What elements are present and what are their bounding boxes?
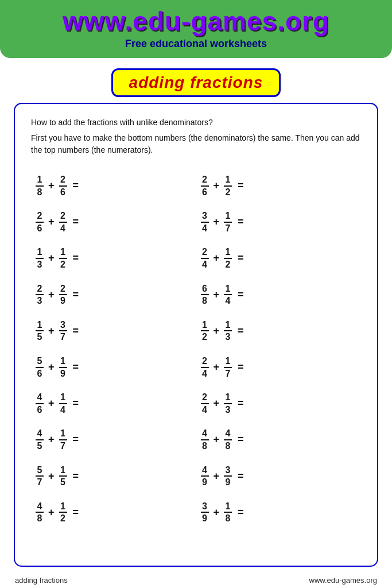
fraction: 1 3 xyxy=(36,247,44,269)
plus-operator: + xyxy=(214,325,220,337)
fraction: 3 9 xyxy=(224,465,232,488)
plus-operator: + xyxy=(214,361,220,373)
fraction: 1 7 xyxy=(59,428,67,451)
plus-operator: + xyxy=(214,216,220,228)
site-title: www.edu-games.org xyxy=(11,6,381,37)
plus-operator: + xyxy=(48,325,55,337)
problem: 1 3 + 1 2 = xyxy=(31,240,196,276)
problem: 1 2 + 1 3 = xyxy=(196,313,362,349)
fraction: 1 2 xyxy=(201,320,209,342)
plus-operator: + xyxy=(214,506,220,519)
plus-operator: + xyxy=(214,470,220,482)
page-title: adding fractions xyxy=(111,68,281,97)
problem: 4 6 + 1 4 = xyxy=(31,385,196,421)
fraction: 1 5 xyxy=(36,320,44,342)
fraction: 3 4 xyxy=(201,211,209,233)
fraction: 1 5 xyxy=(59,465,67,488)
equals-sign: = xyxy=(238,361,244,373)
fraction: 1 2 xyxy=(59,247,67,269)
plus-operator: + xyxy=(48,180,55,192)
plus-operator: + xyxy=(214,180,220,192)
problem: 1 5 + 3 7 = xyxy=(31,313,196,349)
fraction: 1 3 xyxy=(224,392,232,415)
fraction: 4 9 xyxy=(201,465,209,488)
equals-sign: = xyxy=(238,506,244,519)
fraction: 4 6 xyxy=(36,392,44,415)
equals-sign: = xyxy=(238,434,244,446)
fraction: 4 5 xyxy=(36,428,44,451)
fraction: 1 2 xyxy=(224,175,232,197)
equals-sign: = xyxy=(73,252,79,264)
fraction: 2 6 xyxy=(59,175,67,197)
worksheet: How to add the fractions with unlike den… xyxy=(14,103,378,567)
equals-sign: = xyxy=(238,397,244,409)
fraction: 1 4 xyxy=(59,392,67,415)
problem: 4 9 + 3 9 = xyxy=(196,458,362,494)
title-row: adding fractions xyxy=(0,68,392,97)
problem: 2 6 + 2 4 = xyxy=(31,204,196,240)
problem: 5 6 + 1 9 = xyxy=(31,349,196,385)
plus-operator: + xyxy=(48,252,55,264)
fraction: 1 8 xyxy=(224,501,232,524)
fraction: 4 8 xyxy=(224,428,232,451)
equals-sign: = xyxy=(73,216,79,228)
header: www.edu-games.org Free educational works… xyxy=(0,0,392,58)
fraction: 1 7 xyxy=(224,356,232,378)
equals-sign: = xyxy=(238,325,244,337)
equals-sign: = xyxy=(238,289,244,301)
plus-operator: + xyxy=(214,252,220,264)
fraction: 1 7 xyxy=(224,211,232,233)
plus-operator: + xyxy=(48,361,55,373)
equals-sign: = xyxy=(73,434,79,446)
fraction: 2 4 xyxy=(201,247,209,269)
problems-grid: 1 8 + 2 6 = 2 6 + 1 2 = 2 6 + 2 4 = xyxy=(31,168,361,531)
problem: 4 5 + 1 7 = xyxy=(31,421,196,458)
fraction: 1 9 xyxy=(59,356,67,378)
problem: 2 4 + 1 2 = xyxy=(196,240,362,276)
problem: 1 8 + 2 6 = xyxy=(31,168,196,204)
plus-operator: + xyxy=(48,434,55,446)
equals-sign: = xyxy=(73,397,79,409)
plus-operator: + xyxy=(48,289,55,301)
equals-sign: = xyxy=(73,180,79,192)
plus-operator: + xyxy=(214,434,220,446)
footer: adding fractions www.edu-games.org xyxy=(0,572,392,588)
fraction: 5 6 xyxy=(36,356,44,378)
fraction: 2 4 xyxy=(201,392,209,415)
plus-operator: + xyxy=(48,397,55,409)
problem: 2 4 + 1 7 = xyxy=(196,349,362,385)
plus-operator: + xyxy=(48,216,55,228)
fraction: 2 6 xyxy=(201,175,209,197)
fraction: 2 9 xyxy=(59,284,67,306)
problem: 6 8 + 1 4 = xyxy=(196,277,362,313)
plus-operator: + xyxy=(48,470,55,482)
footer-right: www.edu-games.org xyxy=(309,576,378,585)
fraction: 5 7 xyxy=(36,465,44,488)
instructions: How to add the fractions with unlike den… xyxy=(31,117,361,156)
problem: 3 9 + 1 8 = xyxy=(196,494,362,531)
plus-operator: + xyxy=(48,506,55,519)
instruction-line1: How to add the fractions with unlike den… xyxy=(31,117,361,129)
fraction: 4 8 xyxy=(201,428,209,451)
instruction-line2: First you have to make the bottom number… xyxy=(31,132,361,156)
equals-sign: = xyxy=(238,470,244,482)
fraction: 2 4 xyxy=(201,356,209,378)
problem: 2 3 + 2 9 = xyxy=(31,277,196,313)
fraction: 1 4 xyxy=(224,284,232,306)
plus-operator: + xyxy=(214,289,220,301)
equals-sign: = xyxy=(238,180,244,192)
problem: 2 4 + 1 3 = xyxy=(196,385,362,421)
equals-sign: = xyxy=(73,506,79,519)
problem: 4 8 + 1 2 = xyxy=(31,494,196,531)
problem: 5 7 + 1 5 = xyxy=(31,458,196,494)
problem: 2 6 + 1 2 = xyxy=(196,168,362,204)
equals-sign: = xyxy=(238,216,244,228)
equals-sign: = xyxy=(73,470,79,482)
equals-sign: = xyxy=(73,361,79,373)
footer-left: adding fractions xyxy=(15,576,68,585)
fraction: 6 8 xyxy=(201,284,209,306)
fraction: 1 2 xyxy=(59,501,67,524)
equals-sign: = xyxy=(238,252,244,264)
fraction: 1 3 xyxy=(224,320,232,342)
equals-sign: = xyxy=(73,325,79,337)
